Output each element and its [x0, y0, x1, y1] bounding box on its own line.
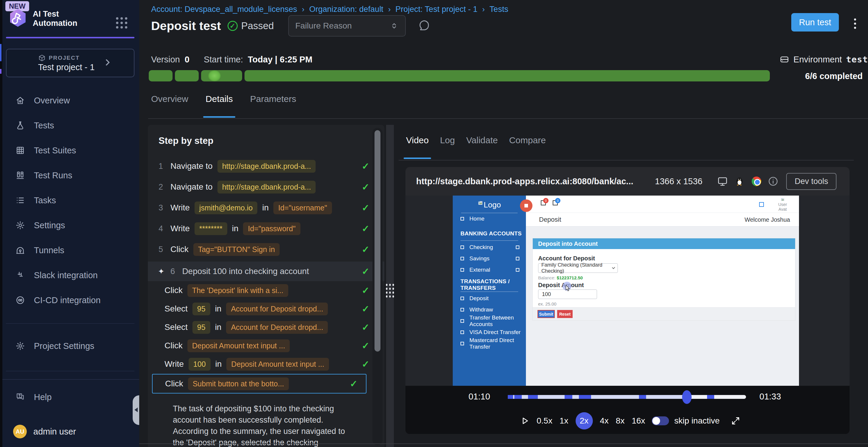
breadcrumb-link-4[interactable]: Tests	[490, 5, 508, 14]
step-action-text: in	[232, 224, 239, 233]
step-action-text: Select	[164, 304, 188, 314]
bank-divider	[461, 240, 518, 241]
square-icon	[516, 245, 519, 249]
kebab-menu[interactable]	[853, 17, 857, 30]
square-icon	[461, 268, 464, 272]
step-number: 4	[159, 224, 166, 233]
run-progress-bar	[149, 70, 770, 81]
sidebar-collapse-handle[interactable]	[133, 395, 139, 425]
sidebar-item-ci-cd-integration[interactable]: CI-CD integration	[2, 288, 139, 313]
step-number: 5	[159, 245, 166, 254]
speed-buttons: 0.5x1x2x4x8x16x	[537, 412, 645, 429]
sidebar-item-help[interactable]: Help	[16, 392, 52, 402]
step-row[interactable]: 3Writejsmith@demo.ioinId="username"✓	[148, 197, 384, 218]
sidebar-divider	[6, 371, 134, 371]
step-action-text: Write	[164, 359, 184, 369]
info-icon[interactable]	[768, 176, 778, 187]
deposit-amount-hint: ex. 25.00	[538, 301, 557, 306]
bank-nav-label: VISA Direct Transfer	[469, 329, 521, 336]
step-row[interactable]: 1Navigate tohttp://stage.dbank.prod-a...…	[148, 156, 384, 176]
step-value-chip: http://stage.dbank.prod-a...	[217, 181, 316, 194]
step-check-icon: ✓	[362, 161, 369, 172]
environment-label: Environment	[793, 55, 842, 65]
step-selector-chip: The 'Deposit' link with a si...	[187, 284, 288, 297]
bottom-divider	[139, 443, 868, 444]
tab-compare[interactable]: Compare	[509, 135, 546, 159]
tab-overview[interactable]: Overview	[151, 94, 188, 118]
comment-icon[interactable]	[418, 20, 430, 32]
step-check-icon: ✓	[362, 202, 369, 213]
bank-divider	[461, 291, 518, 292]
tab-log[interactable]: Log	[440, 135, 455, 159]
devtools-button[interactable]: Dev tools	[786, 173, 836, 190]
sidebar-item-test-suites[interactable]: Test Suites	[2, 138, 139, 163]
passed-check-icon: ✓	[227, 21, 238, 31]
step-group-row[interactable]: ✦6Deposit 100 into checking account✓	[148, 262, 384, 281]
breadcrumb-link-2[interactable]: Organization: default	[309, 5, 383, 14]
project-box-icon	[38, 54, 46, 62]
deposit-panel-header: Deposit into Account	[533, 238, 795, 249]
bank-nav-item-mastercard-direct-transfer: Mastercard Direct Transfer	[453, 338, 526, 349]
step-action-text: Click	[170, 245, 189, 254]
step-check-icon: ✓	[362, 359, 369, 370]
panel-resize-handle[interactable]	[386, 125, 394, 447]
step-row-selected[interactable]: ClickSubmit button at the botto...✓	[152, 374, 367, 393]
step-row[interactable]: Select95inAccount for Deposit dropd...✓	[148, 318, 384, 337]
speed-button-16x[interactable]: 16x	[632, 416, 645, 425]
timeline-marker	[528, 395, 538, 399]
breadcrumb-link-1[interactable]: Account: Devspace_all_module_licenses	[151, 5, 297, 14]
tab-details[interactable]: Details	[206, 94, 233, 118]
sidebar-item-overview[interactable]: Overview	[2, 88, 139, 113]
timeline-track[interactable]	[508, 395, 746, 399]
square-icon	[461, 245, 464, 249]
breadcrumb-separator: ›	[388, 5, 391, 14]
square-icon	[461, 331, 464, 334]
user-menu[interactable]: AU admin user	[13, 425, 76, 438]
step-row[interactable]: Write100inDeposit Amount text input ...✓	[148, 355, 384, 373]
step-selector-chip: Tag="BUTTON" Sign in	[193, 243, 280, 256]
run-test-button[interactable]: Run test	[791, 13, 839, 32]
tab-validate[interactable]: Validate	[466, 135, 498, 159]
speed-button-0-5x[interactable]: 0.5x	[537, 416, 552, 425]
timeline-scrubber[interactable]	[682, 390, 692, 404]
failure-reason-select[interactable]: Failure Reason	[288, 15, 406, 37]
sidebar-item-tests[interactable]: Tests	[2, 113, 139, 138]
sidebar-item-slack-integration[interactable]: Slack integration	[2, 263, 139, 288]
sidebar-item-label: Project Settings	[34, 341, 94, 351]
video-viewport[interactable]: Logo HomeBANKING ACCOUNTSCheckingSavings…	[405, 196, 849, 386]
sidebar-item-tasks[interactable]: Tasks	[2, 188, 139, 213]
step-row[interactable]: 5ClickTag="BUTTON" Sign in✓	[148, 239, 384, 260]
step-row[interactable]: 2Navigate tohttp://stage.dbank.prod-a...…	[148, 176, 384, 197]
tab-video[interactable]: Video	[406, 135, 429, 159]
speed-button-4x[interactable]: 4x	[600, 416, 609, 425]
right-panel: VideoLogValidateCompare http://stage.dba…	[399, 125, 868, 447]
environment-value: test	[846, 55, 868, 65]
step-check-icon: ✓	[362, 266, 369, 277]
play-icon[interactable]	[520, 416, 529, 425]
apps-grid-icon[interactable]	[116, 17, 127, 29]
sidebar-item-tunnels[interactable]: Tunnels	[2, 238, 139, 263]
breadcrumb-link-3[interactable]: Project: Test project - 1	[395, 5, 477, 14]
slack-icon	[16, 271, 25, 280]
project-selector[interactable]: PROJECT Test project - 1	[6, 49, 134, 77]
sidebar-item-test-runs[interactable]: Test Runs	[2, 163, 139, 188]
rail-fragment-blue	[0, 44, 1, 61]
speed-button-1x[interactable]: 1x	[560, 416, 568, 425]
monitor-icon[interactable]	[717, 176, 728, 187]
step-row[interactable]: ClickThe 'Deposit' link with a si...✓	[148, 281, 384, 300]
sidebar-item-project-settings[interactable]: Project Settings	[2, 334, 139, 358]
skip-inactive-toggle[interactable]	[652, 416, 669, 425]
sidebar-item-label: Tasks	[34, 196, 56, 205]
sidebar-item-settings[interactable]: Settings	[2, 213, 139, 238]
drag-dots-icon	[386, 284, 394, 298]
bank-nav-item-savings: Savings	[453, 253, 526, 264]
steps-scrollbar-thumb[interactable]	[374, 130, 380, 352]
step-row[interactable]: 4Write********inId="password"✓	[148, 218, 384, 239]
speed-button-8x[interactable]: 8x	[616, 416, 625, 425]
tab-parameters[interactable]: Parameters	[250, 94, 296, 118]
square-icon	[461, 308, 464, 311]
fullscreen-icon[interactable]	[731, 416, 740, 425]
step-row[interactable]: Select95inAccount for Deposit dropd...✓	[148, 300, 384, 318]
step-row[interactable]: ClickDeposit Amount text input ...✓	[148, 337, 384, 355]
speed-button-2x[interactable]: 2x	[576, 412, 593, 429]
